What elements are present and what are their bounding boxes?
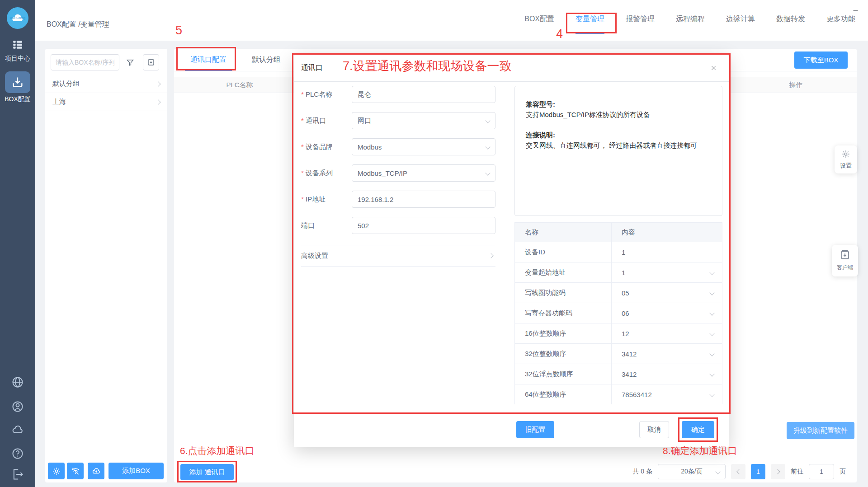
cancel-button[interactable]: 取消: [639, 421, 669, 438]
param-row-int32-order: 32位整数顺序 3412: [515, 343, 722, 364]
settings-button[interactable]: [48, 463, 65, 479]
user-icon[interactable]: [11, 400, 24, 413]
port-number-input[interactable]: [352, 217, 495, 234]
goto-label: 前往: [791, 468, 803, 476]
gear-icon: [841, 150, 850, 159]
param-row-start-address: 变量起始地址 1: [515, 262, 722, 282]
add-port-button[interactable]: 添加 通讯口: [180, 464, 234, 480]
sidebar-item-box-config[interactable]: BOX配置: [0, 71, 35, 103]
page-size-select[interactable]: 20条/页: [658, 464, 726, 479]
minimize-icon[interactable]: [849, 4, 862, 16]
param-row-write-coil-code: 写线圈功能码 05: [515, 282, 722, 303]
advanced-settings-row[interactable]: 高级设置: [301, 245, 495, 267]
param-value: 05: [622, 289, 629, 297]
compat-text: 支持Modbus_TCP/IP标准协议的所有设备: [526, 109, 711, 120]
compat-title: 兼容型号:: [526, 99, 711, 109]
sidebar-item-project-center[interactable]: 项目中心: [0, 39, 35, 63]
pagination: 共 0 条 20条/页 1 前往 页: [632, 464, 846, 480]
chevron-down-icon: [485, 170, 490, 175]
nav-item-box-config[interactable]: BOX配置: [524, 14, 554, 34]
floating-settings-button[interactable]: 设置: [835, 145, 857, 173]
param-value-select[interactable]: 05: [612, 283, 722, 303]
header-bar: BOX配置 /变量管理 BOX配置 变量管理 报警管理 远程编程 边缘计算 数据…: [35, 0, 868, 41]
floating-client-button[interactable]: 客户端: [832, 245, 858, 276]
chevron-down-icon: [709, 392, 714, 397]
param-value-select[interactable]: 78563412: [612, 384, 722, 404]
field-label: IP地址: [301, 191, 326, 208]
group-row-default[interactable]: 默认分组: [45, 75, 167, 93]
upgrade-software-button[interactable]: 升级到新配置软件: [787, 422, 854, 439]
param-value: 3412: [622, 370, 637, 378]
tab-port-config[interactable]: 通讯口配置: [185, 49, 232, 71]
logout-icon[interactable]: [11, 468, 24, 481]
field-label: 通讯口: [301, 112, 326, 129]
cloud-upload-icon: [92, 467, 101, 476]
ip-address-input[interactable]: [352, 191, 495, 208]
field-label: 设备系列: [301, 164, 333, 182]
old-config-button[interactable]: 旧配置: [516, 421, 554, 438]
next-page-button[interactable]: [771, 464, 785, 479]
param-value-select[interactable]: 3412: [612, 344, 722, 364]
param-table-header: 名称 内容: [515, 223, 722, 242]
dialog-close-icon[interactable]: [707, 61, 720, 74]
floating-settings-label: 设置: [835, 162, 857, 170]
param-name: 设备ID: [515, 242, 612, 262]
param-name: 32位浮点数顺序: [515, 364, 612, 384]
download-to-box-button[interactable]: 下载至BOX: [794, 52, 848, 69]
param-name: 64位整数顺序: [515, 384, 612, 404]
add-box-button[interactable]: 添加BOX: [108, 463, 164, 479]
wifi-off-button[interactable]: [67, 463, 84, 479]
confirm-button[interactable]: 确定: [682, 421, 714, 438]
field-port-number: 端口: [301, 217, 495, 234]
column-header-value: 内容: [612, 223, 722, 242]
connection-title: 连接说明:: [526, 130, 711, 140]
chevron-right-icon: [156, 81, 160, 86]
field-label: 设备品牌: [301, 138, 333, 155]
device-brand-select[interactable]: Modbus: [352, 138, 495, 155]
chevron-left-icon: [736, 469, 741, 474]
plc-name-input[interactable]: [352, 86, 495, 103]
globe-icon[interactable]: [11, 376, 24, 389]
param-value-select[interactable]: 12: [612, 323, 722, 343]
current-page-button[interactable]: 1: [751, 464, 765, 479]
filter-icon[interactable]: [122, 54, 138, 70]
port-type-select[interactable]: 网口: [352, 112, 495, 129]
goto-page-input[interactable]: [809, 464, 834, 479]
nav-item-remote-programming[interactable]: 远程编程: [676, 14, 705, 34]
breadcrumb: BOX配置 /变量管理: [47, 20, 109, 29]
search-input[interactable]: [51, 54, 119, 70]
param-row-int16-order: 16位整数顺序 12: [515, 323, 722, 343]
prev-page-button[interactable]: [731, 464, 745, 479]
client-download-icon: [839, 249, 851, 261]
nav-item-more-functions[interactable]: 更多功能: [826, 14, 855, 34]
group-row-shanghai[interactable]: 上海: [45, 93, 167, 111]
param-value-select[interactable]: 1: [612, 262, 722, 282]
param-value-select[interactable]: 3412: [612, 364, 722, 384]
divider: [294, 81, 729, 82]
dialog-title: 通讯口: [301, 63, 323, 73]
field-label: PLC名称: [301, 86, 332, 103]
nav-item-alarm-mgmt[interactable]: 报警管理: [626, 14, 655, 34]
nav-item-variable-mgmt[interactable]: 变量管理: [576, 14, 604, 34]
add-group-icon[interactable]: [143, 54, 159, 70]
field-plc-name: PLC名称: [301, 86, 495, 103]
param-value-select[interactable]: 06: [612, 303, 722, 323]
cloud-upload-button[interactable]: [88, 463, 104, 479]
page-unit-label: 页: [840, 468, 846, 476]
advanced-settings-label: 高级设置: [301, 252, 328, 260]
device-info-panel: 兼容型号: 支持Modbus_TCP/IP标准协议的所有设备 连接说明: 交叉网…: [514, 86, 722, 216]
param-table: 名称 内容 设备ID 1 变量起始地址 1 写线圈功能码 05 写寄存器功能码 …: [514, 222, 722, 404]
select-value: Modbus_TCP/IP: [358, 169, 407, 177]
cloud-icon[interactable]: [11, 424, 24, 436]
chevron-down-icon: [709, 310, 714, 315]
nav-item-data-forwarding[interactable]: 数据转发: [776, 14, 805, 34]
nav-item-edge-computing[interactable]: 边缘计算: [726, 14, 755, 34]
field-ip-address: IP地址: [301, 191, 495, 208]
group-label: 上海: [52, 98, 66, 106]
param-row-float32-order: 32位浮点数顺序 3412: [515, 364, 722, 384]
param-name: 写寄存器功能码: [515, 303, 612, 323]
device-series-select[interactable]: Modbus_TCP/IP: [352, 164, 495, 182]
help-icon[interactable]: [11, 447, 24, 460]
tab-default-group[interactable]: 默认分组: [246, 49, 286, 71]
column-header-name: 名称: [515, 223, 612, 242]
